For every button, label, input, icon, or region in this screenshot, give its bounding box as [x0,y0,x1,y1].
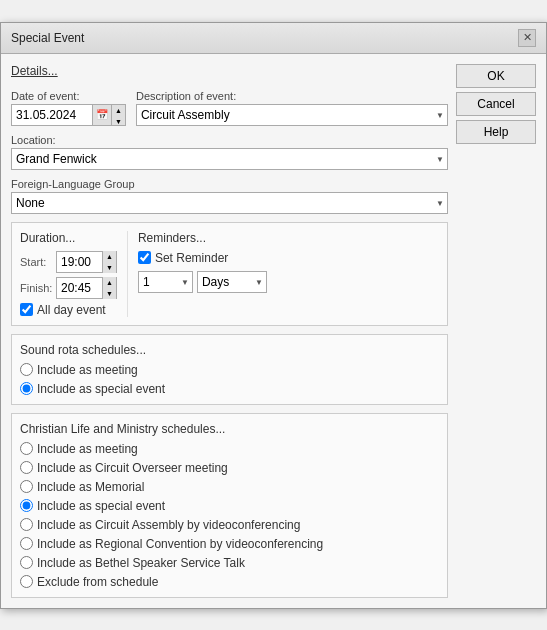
clm-rc-video-label: Include as Regional Convention by videoc… [37,537,323,551]
clm-exclude-option[interactable]: Exclude from schedule [20,575,439,589]
all-day-text: All day event [37,303,106,317]
finish-time-wrapper: ▲ ▼ [56,277,117,299]
side-buttons: OK Cancel Help [456,64,536,598]
date-input[interactable] [12,105,92,125]
clm-meeting-option[interactable]: Include as meeting [20,442,439,456]
clm-rc-video-option[interactable]: Include as Regional Convention by videoc… [20,537,439,551]
set-reminder-label[interactable]: Set Reminder [138,251,228,265]
clm-memorial-option[interactable]: Include as Memorial [20,480,439,494]
set-reminder-checkbox[interactable] [138,251,151,264]
close-button[interactable]: ✕ [518,29,536,47]
all-day-label[interactable]: All day event [20,303,106,317]
date-up-arrow[interactable]: ▲ [112,105,125,116]
clm-exclude-label: Exclude from schedule [37,575,158,589]
date-spinner[interactable]: ▲ ▼ [111,105,125,125]
clm-bethel-option[interactable]: Include as Bethel Speaker Service Talk [20,556,439,570]
duration-reminders-panel: Duration... Start: ▲ ▼ Finish: [11,222,448,326]
calendar-icon[interactable]: 📅 [92,105,111,125]
clm-co-meeting-label: Include as Circuit Overseer meeting [37,461,228,475]
date-input-wrapper: 📅 ▲ ▼ [11,104,126,126]
date-description-row: Date of event: 📅 ▲ ▼ Description of even… [11,90,448,126]
clm-memorial-radio[interactable] [20,480,33,493]
dialog-body: Details... Date of event: 📅 ▲ ▼ Desc [1,54,546,608]
clm-section: Christian Life and Ministry schedules...… [11,413,448,598]
start-label: Start: [20,256,52,268]
description-label: Description of event: [136,90,448,102]
finish-time-spinner[interactable]: ▲ ▼ [102,277,116,299]
start-time-spinner[interactable]: ▲ ▼ [102,251,116,273]
start-time-wrapper: ▲ ▼ [56,251,117,273]
finish-label: Finish: [20,282,52,294]
finish-time-row: Finish: ▲ ▼ [20,277,117,299]
cancel-button[interactable]: Cancel [456,92,536,116]
clm-memorial-label: Include as Memorial [37,480,144,494]
set-reminder-row: Set Reminder [138,251,439,265]
finish-time-up[interactable]: ▲ [103,277,116,288]
description-select-wrapper: Circuit Assembly Regional Convention Spe… [136,104,448,126]
sound-meeting-radio[interactable] [20,363,33,376]
clm-bethel-label: Include as Bethel Speaker Service Talk [37,556,245,570]
clm-ca-video-option[interactable]: Include as Circuit Assembly by videoconf… [20,518,439,532]
start-time-input[interactable] [57,252,102,272]
reminder-unit-select[interactable]: Days Hours Weeks [197,271,267,293]
all-day-checkbox[interactable] [20,303,33,316]
clm-meeting-label: Include as meeting [37,442,138,456]
start-time-row: Start: ▲ ▼ [20,251,117,273]
foreign-language-select[interactable]: None [11,192,448,214]
clm-radio-group: Include as meeting Include as Circuit Ov… [20,442,439,589]
title-bar: Special Event ✕ [1,23,546,54]
finish-time-down[interactable]: ▼ [103,288,116,299]
sound-special-radio[interactable] [20,382,33,395]
start-time-up[interactable]: ▲ [103,251,116,262]
date-field-group: Date of event: 📅 ▲ ▼ [11,90,126,126]
duration-section: Duration... Start: ▲ ▼ Finish: [20,231,117,317]
location-select[interactable]: Grand Fenwick [11,148,448,170]
sound-meeting-option[interactable]: Include as meeting [20,363,439,377]
help-button[interactable]: Help [456,120,536,144]
clm-co-meeting-option[interactable]: Include as Circuit Overseer meeting [20,461,439,475]
reminders-label: Reminders... [138,231,439,245]
sound-rota-radio-group: Include as meeting Include as special ev… [20,363,439,396]
description-field-group: Description of event: Circuit Assembly R… [136,90,448,126]
dialog-window: Special Event ✕ Details... Date of event… [0,22,547,609]
set-reminder-text: Set Reminder [155,251,228,265]
clm-ca-video-label: Include as Circuit Assembly by videoconf… [37,518,300,532]
ok-button[interactable]: OK [456,64,536,88]
clm-special-label: Include as special event [37,499,165,513]
clm-co-meeting-radio[interactable] [20,461,33,474]
description-select[interactable]: Circuit Assembly Regional Convention Spe… [136,104,448,126]
foreign-language-group: Foreign-Language Group None [11,178,448,214]
date-down-arrow[interactable]: ▼ [112,116,125,127]
reminder-amount-select[interactable]: 1 2 3 [138,271,193,293]
sound-special-option[interactable]: Include as special event [20,382,439,396]
sound-meeting-label: Include as meeting [37,363,138,377]
clm-label: Christian Life and Ministry schedules... [20,422,439,436]
sound-rota-label: Sound rota schedules... [20,343,439,357]
clm-rc-video-radio[interactable] [20,537,33,550]
sound-special-label: Include as special event [37,382,165,396]
date-label: Date of event: [11,90,126,102]
start-time-down[interactable]: ▼ [103,262,116,273]
reminder-combos: 1 2 3 Days Hours Weeks [138,271,439,293]
details-link[interactable]: Details... [11,64,448,78]
location-label: Location: [11,134,448,146]
clm-bethel-radio[interactable] [20,556,33,569]
main-area: Details... Date of event: 📅 ▲ ▼ Desc [11,64,448,598]
location-select-wrapper: Grand Fenwick [11,148,448,170]
reminder-unit-wrapper: Days Hours Weeks [197,271,267,293]
clm-special-option[interactable]: Include as special event [20,499,439,513]
clm-ca-video-radio[interactable] [20,518,33,531]
clm-special-radio[interactable] [20,499,33,512]
foreign-language-select-wrapper: None [11,192,448,214]
clm-exclude-radio[interactable] [20,575,33,588]
clm-meeting-radio[interactable] [20,442,33,455]
all-day-row: All day event [20,303,117,317]
location-field-group: Location: Grand Fenwick [11,134,448,170]
window-title: Special Event [11,31,84,45]
sound-rota-section: Sound rota schedules... Include as meeti… [11,334,448,405]
finish-time-input[interactable] [57,278,102,298]
reminder-amount-wrapper: 1 2 3 [138,271,193,293]
duration-label: Duration... [20,231,117,245]
foreign-language-label: Foreign-Language Group [11,178,448,190]
reminders-section: Reminders... Set Reminder 1 2 3 [127,231,439,317]
